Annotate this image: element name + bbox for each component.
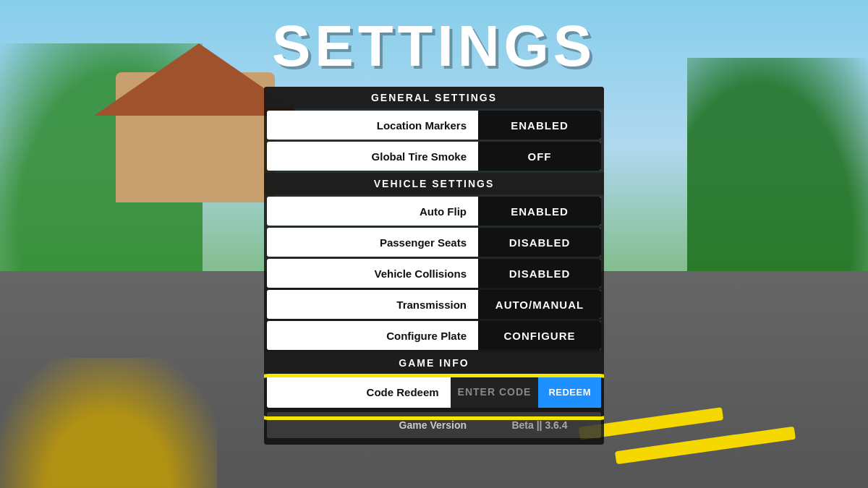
- setting-row-game-version: Game Version Beta || 3.6.4: [267, 412, 601, 438]
- configure-plate-value[interactable]: CONFIGURE: [478, 321, 601, 350]
- code-redeem-label: Code Redeem: [267, 386, 451, 398]
- setting-row-auto-flip[interactable]: Auto Flip ENABLED: [267, 197, 601, 226]
- location-markers-label: Location Markers: [267, 119, 478, 132]
- code-input[interactable]: ENTER CODE: [451, 376, 539, 408]
- vehicle-settings-header: VEHICLE SETTINGS: [264, 173, 604, 194]
- auto-flip-label: Auto Flip: [267, 205, 478, 218]
- code-redeem-wrapper: ◄ Code Redeem ENTER CODE REDEEM: [264, 374, 604, 410]
- settings-title: SETTINGS: [272, 13, 596, 80]
- redeem-button[interactable]: REDEEM: [538, 376, 601, 408]
- auto-flip-value[interactable]: ENABLED: [478, 197, 601, 226]
- vehicle-collisions-value[interactable]: DISABLED: [478, 259, 601, 288]
- settings-panel: GENERAL SETTINGS Location Markers ENABLE…: [264, 87, 604, 445]
- setting-row-transmission[interactable]: Transmission AUTO/MANUAL: [267, 290, 601, 319]
- global-tire-smoke-label: Global Tire Smoke: [267, 150, 478, 163]
- setting-row-vehicle-collisions[interactable]: Vehicle Collisions DISABLED: [267, 259, 601, 288]
- setting-row-code-redeem[interactable]: Code Redeem ENTER CODE REDEEM: [267, 376, 601, 408]
- transmission-value[interactable]: AUTO/MANUAL: [478, 290, 601, 319]
- vehicle-collisions-label: Vehicle Collisions: [267, 267, 478, 280]
- settings-overlay: SETTINGS GENERAL SETTINGS Location Marke…: [0, 0, 868, 488]
- passenger-seats-value[interactable]: DISABLED: [478, 228, 601, 257]
- transmission-label: Transmission: [267, 299, 478, 311]
- game-info-header: GAME INFO: [264, 352, 604, 374]
- general-settings-header: GENERAL SETTINGS: [264, 87, 604, 108]
- game-version-value: Beta || 3.6.4: [478, 419, 601, 431]
- configure-plate-label: Configure Plate: [267, 330, 478, 342]
- setting-row-passenger-seats[interactable]: Passenger Seats DISABLED: [267, 228, 601, 257]
- game-version-label: Game Version: [267, 419, 478, 431]
- setting-row-location-markers[interactable]: Location Markers ENABLED: [267, 111, 601, 140]
- location-markers-value[interactable]: ENABLED: [478, 111, 601, 140]
- setting-row-global-tire-smoke[interactable]: Global Tire Smoke OFF: [267, 142, 601, 171]
- global-tire-smoke-value[interactable]: OFF: [478, 142, 601, 171]
- passenger-seats-label: Passenger Seats: [267, 236, 478, 249]
- panel-bottom-space: [264, 440, 604, 445]
- setting-row-configure-plate[interactable]: Configure Plate CONFIGURE: [267, 321, 601, 350]
